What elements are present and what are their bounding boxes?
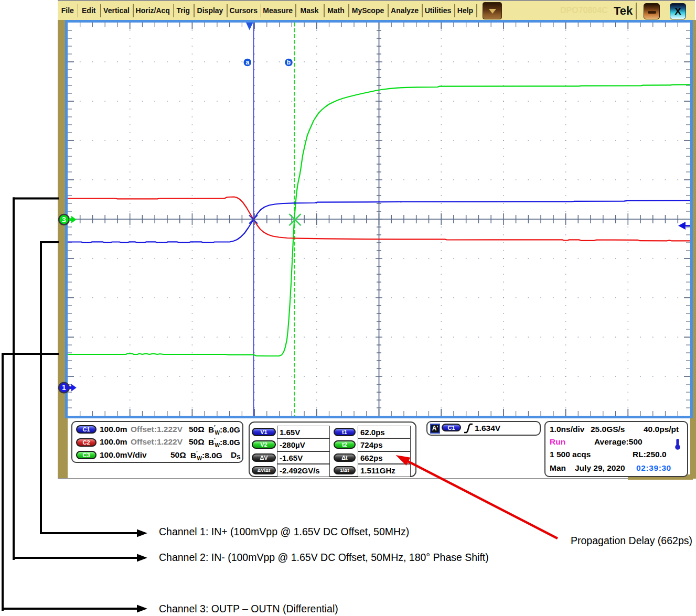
svg-text:1: 1 bbox=[62, 383, 66, 392]
svg-text:3: 3 bbox=[62, 215, 66, 224]
svg-text:a: a bbox=[245, 59, 249, 66]
svg-text:b: b bbox=[287, 59, 291, 66]
